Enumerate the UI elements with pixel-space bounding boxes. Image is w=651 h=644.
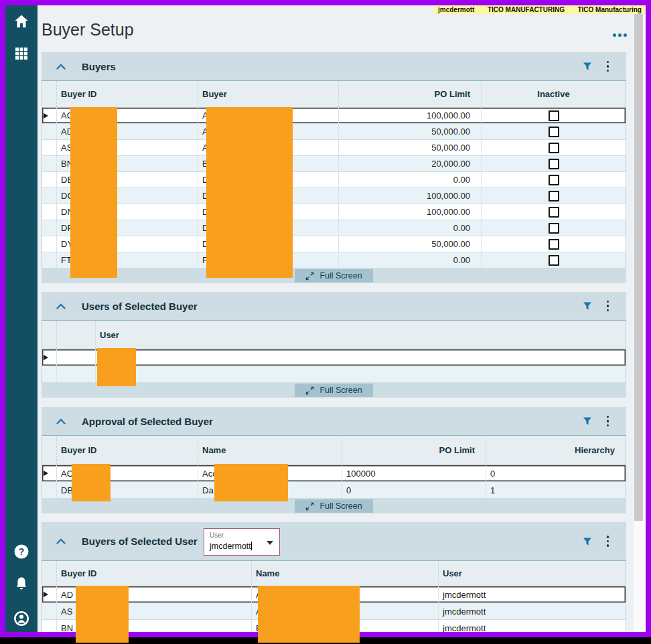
kebab-menu-icon[interactable] [605,299,611,313]
filter-icon[interactable] [583,62,592,71]
inactive-checkbox[interactable] [549,159,559,169]
table-row[interactable]: DBD0.00 [42,172,626,188]
help-icon[interactable]: ? [13,544,29,560]
table-row[interactable]: DND100,000.00 [42,204,626,220]
column-header[interactable]: PO Limit [342,436,486,465]
notifications-bell-icon[interactable] [13,576,29,592]
panel-title: Buyers of Selected User [82,536,198,547]
cell-inactive [482,252,626,268]
context-highlight-bar: jmcdermott TICO MANUFACTURING TICO Manuf… [434,5,646,14]
collapse-chevron-icon[interactable] [56,538,66,544]
column-header[interactable]: Buyer ID [57,436,198,465]
inactive-checkbox[interactable] [549,255,559,266]
inactive-checkbox[interactable] [549,143,559,153]
row-selector-cell [42,220,57,236]
row-selector-cell [42,366,57,382]
full-screen-button[interactable]: Full Screen [295,269,372,283]
row-selector-cell [42,482,57,498]
selector-column-header [42,321,57,349]
table-row[interactable]: ASA50,000.00 [42,140,626,156]
redaction-overlay [76,586,129,643]
kebab-menu-icon[interactable] [605,534,611,548]
inactive-checkbox[interactable] [549,175,559,185]
column-header[interactable]: Inactive [482,81,626,107]
column-header[interactable]: User [96,321,626,349]
redaction-overlay [97,348,136,386]
collapse-chevron-icon[interactable] [56,418,66,424]
kebab-menu-icon[interactable] [605,60,611,74]
table-row[interactable]: FTF0.00 [42,252,626,268]
inactive-checkbox[interactable] [549,127,559,137]
selector-column-header [42,436,57,465]
scrollbar-track[interactable] [634,5,646,632]
cell-po_limit: 100,000.00 [339,204,482,220]
column-header[interactable]: Buyer ID [57,561,252,586]
filter-icon[interactable] [583,301,592,311]
row-selector-cell [42,252,57,268]
panel-title: Buyers [82,61,116,72]
row-selector-cell [42,188,57,204]
more-options-icon[interactable] [613,33,627,37]
cell-po_limit: 50,000.00 [339,236,482,252]
account-icon[interactable] [13,611,29,627]
row-selector-cell [42,140,57,155]
table-row[interactable]: ACA100,000.00 [42,108,626,124]
filter-icon[interactable] [583,537,592,546]
table-row[interactable]: DPD0.00 [42,220,626,236]
table-row[interactable]: DGD100,000.00 [42,188,626,204]
selector-column-header [42,561,57,586]
home-icon[interactable] [13,13,29,29]
svg-text:?: ? [19,546,25,557]
column-header[interactable]: Buyer ID [57,81,198,107]
full-screen-label: Full Screen [319,386,362,395]
cell-user: B [96,349,626,366]
collapse-chevron-icon[interactable] [56,64,66,70]
cell-user: jmcdermott [439,603,626,619]
cell-inactive [482,204,626,220]
user-filter-dropdown[interactable]: User jmcdermott [204,528,280,556]
filter-icon[interactable] [583,416,592,426]
panel-buyers: Buyers Buyer IDBuyerPO LimitInactiveACA1… [42,52,626,283]
column-header[interactable]: Hierarchy [486,436,626,465]
cell-inactive [482,220,626,236]
cell-po_limit: 0.00 [339,220,482,236]
cell-po_limit: 0.00 [339,172,482,187]
panel-footer: Full Screen [42,499,626,513]
cell-user: jmcdermott [439,586,626,602]
table-row[interactable]: ADA50,000.00 [42,124,626,140]
cell-inactive [482,188,626,204]
full-screen-button[interactable]: Full Screen [295,499,372,513]
table-row[interactable]: DYD50,000.00 [42,236,626,252]
scrollbar-thumb[interactable] [634,5,643,521]
cell-inactive [482,236,626,252]
cell-po_limit: 50,000.00 [339,140,482,155]
kebab-menu-icon[interactable] [605,414,611,428]
inactive-checkbox[interactable] [549,110,559,121]
row-selector-cell [42,603,57,619]
inactive-checkbox[interactable] [549,207,559,218]
table-row[interactable]: ACAcc1000000 [42,465,626,482]
page-title: Buyer Setup [42,20,134,39]
panel-bou-header: Buyers of Selected User User jmcdermott [42,522,626,561]
cell-hierarchy: 1 [486,482,626,498]
table-row[interactable]: DBDa01 [42,482,626,499]
table-row[interactable]: BNB20,000.00 [42,156,626,172]
panel-title: Users of Selected Buyer [82,301,198,312]
column-header[interactable]: Name [252,561,439,586]
redaction-overlay [258,586,360,643]
column-header[interactable]: User [439,561,626,586]
inactive-checkbox[interactable] [549,191,559,202]
apps-grid-icon[interactable] [13,46,29,62]
selector-column-header [42,81,57,107]
full-screen-button[interactable]: Full Screen [295,384,372,397]
collapse-chevron-icon[interactable] [56,303,66,309]
column-header[interactable]: PO Limit [339,81,482,107]
inactive-checkbox[interactable] [549,239,559,250]
column-header[interactable]: Name [198,436,342,465]
cell-po_limit: 20,000.00 [339,156,482,171]
inactive-checkbox[interactable] [549,223,559,234]
selected-row-marker-icon [44,471,48,476]
column-header[interactable]: Buyer [198,81,339,107]
cell-inactive [482,124,626,139]
cell-po_limit: 50,000.00 [339,124,482,139]
